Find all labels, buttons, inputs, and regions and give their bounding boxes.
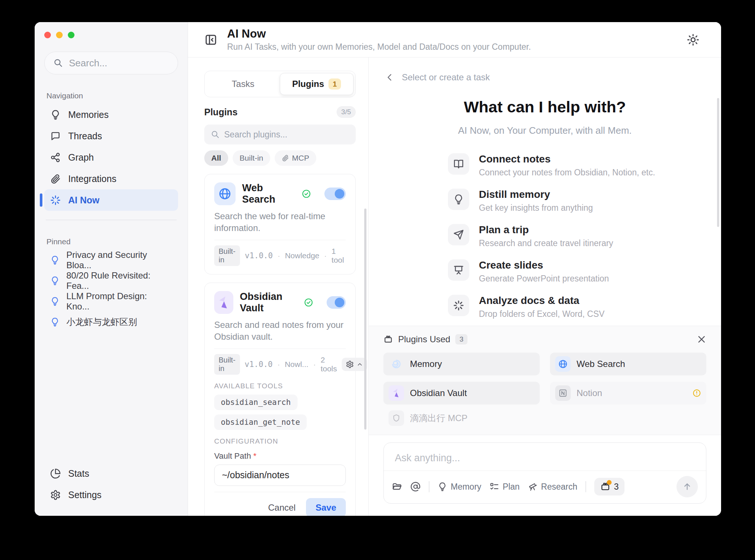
- suggestion-title: Create slides: [479, 259, 609, 271]
- sidebar-item-threads[interactable]: Threads: [44, 125, 178, 147]
- suggestion-analyze-docs[interactable]: Analyze docs & data Drop folders of Exce…: [448, 295, 684, 319]
- sidebar-search[interactable]: [44, 52, 178, 74]
- plan-toggle-button[interactable]: Plan: [490, 482, 520, 492]
- suggestion-create-slides[interactable]: Create slides Generate PowerPoint presen…: [448, 259, 684, 284]
- shield-icon: [389, 410, 404, 426]
- sidebar-item-ai-now[interactable]: AI Now: [44, 189, 178, 211]
- sidebar-item-memories[interactable]: Memories: [44, 104, 178, 125]
- save-button[interactable]: Save: [306, 498, 346, 516]
- divider: [214, 349, 346, 349]
- plugins-scrollbar[interactable]: [364, 209, 366, 430]
- vault-path-input[interactable]: [214, 465, 346, 486]
- minimize-window-button[interactable]: [56, 32, 63, 38]
- builtin-badge: Built-in: [214, 354, 240, 375]
- task-panel-scrollbar[interactable]: [717, 98, 719, 227]
- sidebar-item-label: AI Now: [68, 195, 100, 206]
- research-toggle-button[interactable]: Research: [528, 482, 577, 492]
- sidebar-item-settings[interactable]: Settings: [44, 484, 178, 505]
- tab-tasks[interactable]: Tasks: [206, 73, 280, 95]
- collapse-sidebar-icon[interactable]: [204, 33, 218, 46]
- close-window-button[interactable]: [44, 32, 51, 38]
- required-asterisk: *: [253, 451, 257, 461]
- presentation-board-icon: [448, 259, 469, 281]
- plugin-filters: All Built-in MCP: [204, 150, 356, 166]
- pinned-item[interactable]: LLM Prompt Design: Kno...: [44, 291, 178, 312]
- filter-label: Built-in: [240, 154, 263, 162]
- plugins-used-count: 3: [455, 334, 467, 344]
- nav-section-label: Navigation: [46, 91, 178, 100]
- content: Tasks Plugins 1 Plugins 3/5: [188, 57, 721, 516]
- configuration-label: CONFIGURATION: [214, 437, 346, 445]
- ask-anything-input[interactable]: [395, 452, 695, 464]
- divider: [214, 492, 346, 492]
- plugin-version: v1.0.0: [245, 251, 273, 260]
- plugin-description: Search the web for real-time information…: [214, 210, 346, 234]
- obsidian-toggle[interactable]: [327, 296, 346, 309]
- plugin-count-value: 3: [614, 482, 619, 492]
- plugins-list-header: Plugins 3/5: [204, 106, 356, 118]
- plugin-name: Obsidian Vault: [240, 291, 298, 314]
- filter-all[interactable]: All: [204, 150, 228, 166]
- zoom-window-button[interactable]: [68, 32, 74, 38]
- search-icon: [211, 130, 220, 139]
- app-header: AI Now Run AI Tasks, with your own Memor…: [188, 22, 721, 57]
- sidebar-item-label: Integrations: [68, 174, 116, 184]
- sidebar-item-integrations[interactable]: Integrations: [44, 168, 178, 189]
- close-icon[interactable]: [697, 335, 706, 344]
- pinned-item[interactable]: 80/20 Rule Revisited: Fea...: [44, 270, 178, 291]
- sidebar-item-label: Settings: [68, 490, 101, 500]
- tool-chip: obsidian_get_note: [214, 414, 307, 430]
- back-chevron-icon[interactable]: [385, 73, 394, 82]
- plugins-search-input[interactable]: [224, 130, 349, 140]
- suggestion-distill-memory[interactable]: Distill memory Get key insights from any…: [448, 189, 684, 213]
- pinned-item[interactable]: Privacy and Security Bloa...: [44, 250, 178, 270]
- warning-icon: [692, 389, 701, 398]
- notion-logo-icon: [555, 385, 571, 401]
- checklist-icon: [490, 482, 499, 491]
- toolbar-separator: [585, 481, 586, 492]
- plugin-tool-count: 1 tool: [331, 247, 346, 265]
- pinned-item[interactable]: 小龙虾与龙虾区别: [44, 312, 178, 332]
- plugin-used-memory[interactable]: Memory: [383, 353, 540, 375]
- pinned-item-label: LLM Prompt Design: Kno...: [66, 291, 172, 312]
- toolbar-separator: [429, 481, 429, 492]
- lightbulb-icon: [448, 189, 469, 210]
- dot-separator: ·: [313, 360, 316, 369]
- sidebar-item-stats[interactable]: Stats: [44, 463, 178, 484]
- folder-icon: [392, 482, 402, 492]
- dot-separator: ·: [278, 251, 280, 260]
- plugin-used-notion[interactable]: Notion: [550, 382, 706, 405]
- globe-icon: [218, 187, 232, 200]
- suggestion-connect-notes[interactable]: Connect notes Connect your notes from Ob…: [448, 153, 684, 178]
- web-search-toggle[interactable]: [324, 188, 346, 200]
- filter-builtin[interactable]: Built-in: [233, 150, 270, 166]
- divider: [214, 240, 346, 240]
- suggestion-plan-a-trip[interactable]: Plan a trip Research and create travel i…: [448, 224, 684, 248]
- plugin-count-button[interactable]: 3: [594, 478, 625, 496]
- sidebar-item-graph[interactable]: Graph: [44, 147, 178, 168]
- cancel-button[interactable]: Cancel: [268, 503, 296, 513]
- plugin-used-didi-mcp[interactable]: 滴滴出行 MCP: [383, 410, 706, 426]
- search-input[interactable]: [69, 57, 169, 69]
- tab-plugins[interactable]: Plugins 1: [280, 73, 354, 95]
- plugins-title: Plugins: [204, 107, 237, 118]
- search-icon: [53, 58, 63, 68]
- plugin-used-obsidian[interactable]: Obsidian Vault: [383, 382, 540, 405]
- pinned-item-label: 小龙虾与龙虾区别: [66, 316, 137, 328]
- task-header: Select or create a task: [369, 57, 721, 83]
- suggestion-title: Plan a trip: [479, 224, 613, 236]
- plugin-settings-button[interactable]: [342, 358, 367, 371]
- telescope-icon: [528, 482, 537, 491]
- plugin-used-web-search[interactable]: Web Search: [550, 353, 706, 375]
- tab-badge: 1: [328, 78, 341, 90]
- send-button[interactable]: [676, 476, 698, 497]
- suggestion-description: Drop folders of Excel, Word, CSV: [479, 309, 605, 319]
- attach-folder-button[interactable]: [392, 482, 402, 492]
- suggestion-description: Get key insights from anything: [479, 203, 593, 213]
- plugin-author: Nowledge: [285, 251, 319, 260]
- plugins-search[interactable]: [204, 125, 356, 144]
- filter-mcp[interactable]: MCP: [275, 150, 316, 166]
- mention-button[interactable]: [410, 482, 421, 492]
- memory-toggle-button[interactable]: Memory: [438, 482, 481, 492]
- theme-sun-icon[interactable]: [686, 33, 700, 46]
